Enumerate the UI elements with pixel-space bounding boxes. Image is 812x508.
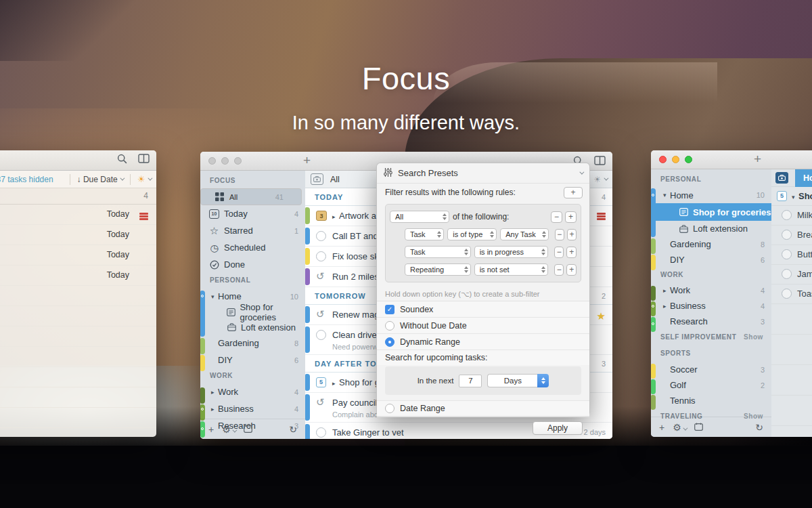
checklist-item[interactable]: Toast [771,284,812,304]
remove-rule-button[interactable]: − [554,264,564,276]
focus-mode-icon[interactable] [775,172,788,184]
close-button[interactable] [659,156,667,163]
dynamic-range-option[interactable]: Dynamic Range [377,334,589,350]
chevron-down-icon[interactable] [579,170,584,175]
view-options-button[interactable]: ☀ [593,175,607,184]
field-select[interactable]: Task [405,228,444,240]
operator-select[interactable]: is not set [474,263,548,276]
remove-rule-button[interactable]: − [554,247,564,258]
minimize-button[interactable] [221,157,229,165]
sidebar-item-business[interactable]: ▸ Business 4 [200,400,305,417]
add-list-button[interactable]: + [659,422,664,433]
add-rule-button[interactable]: + [567,229,577,240]
date-range-option[interactable]: Date Range [377,400,589,417]
sidebar-item-home[interactable]: ▾ Home 10 [651,187,771,203]
table-row[interactable]: Today [0,245,156,266]
add-rule-button[interactable]: + [566,264,577,276]
field-select[interactable]: Repeating [405,263,471,276]
add-preset-button[interactable]: + [564,187,583,198]
task-checkbox[interactable] [782,249,792,259]
remove-rule-button[interactable]: − [555,229,564,240]
checklist-item[interactable]: Butter [771,245,812,265]
sidebar-item-research[interactable]: Research 3 [651,314,771,329]
days-count-input[interactable] [459,375,482,387]
right-window-titlebar[interactable]: + [651,150,812,169]
sidebar-item-gardening[interactable]: Gardening 8 [651,236,771,252]
tab-home[interactable]: Home [795,169,812,187]
focus-mode-icon[interactable] [311,173,323,185]
sidebar-item-diy[interactable]: DIY 6 [651,252,771,268]
value-select[interactable]: Any Task [500,228,548,240]
operator-select[interactable]: is of type [447,228,497,240]
disclosure-right-icon[interactable]: ▸ [332,213,339,220]
sidebar-toggle-icon[interactable] [594,156,606,169]
sidebar-item-starred[interactable]: ☆ Starred 1 [200,222,305,239]
sidebar-item-shop-for-groceries[interactable]: Shop for groceries [651,203,771,221]
sidebar-item-tennis[interactable]: Tennis [651,393,771,408]
sidebar-item-all[interactable]: All 41 [200,188,302,205]
sort-by-dropdown[interactable]: Due Date [83,175,118,184]
checklist-item[interactable]: Jam [771,265,812,284]
hidden-tasks-banner[interactable]: 37 tasks hidden [0,175,53,184]
left-window-titlebar[interactable] [0,150,156,171]
radio-off-icon[interactable] [385,404,394,413]
disclosure-right-icon[interactable]: ▸ [663,303,670,310]
sidebar-item-scheduled[interactable]: ◷ Scheduled [200,239,305,256]
table-row[interactable]: Today [0,225,156,245]
task-row[interactable]: 5 ▾Shop for [771,187,812,206]
apply-button[interactable]: Apply [533,421,583,435]
disclosure-right-icon[interactable]: ▸ [211,389,218,396]
match-select[interactable]: All [390,211,449,223]
sidebar-item-gardening[interactable]: Gardening 8 [200,335,305,352]
operator-select[interactable]: is in progress [474,246,548,258]
sidebar-toggle-icon[interactable] [138,154,150,167]
sidebar-item-business[interactable]: ▸ Business 4 [651,298,771,314]
add-rule-button[interactable]: + [565,211,577,223]
sidebar-item-loft-extension[interactable]: Loft extension [200,320,305,335]
unit-dropdown[interactable]: Days [487,374,549,387]
disclosure-down-icon[interactable]: ▾ [211,293,218,300]
sidebar-item-golf[interactable]: Golf 2 [651,377,771,393]
add-task-button[interactable]: + [303,153,311,168]
minimize-button[interactable] [672,156,679,163]
checkbox-checked-icon[interactable]: ✓ [385,305,394,314]
sync-button[interactable]: ↻ [289,424,297,435]
radio-off-icon[interactable] [385,321,394,331]
sidebar-item-shop-for-groceries[interactable]: Shop for groceries [200,305,305,320]
sidebar-item-soccer[interactable]: Soccer 3 [651,362,771,377]
sidebar-item-loft-extension[interactable]: Loft extension [651,221,771,236]
sync-button[interactable]: ↻ [755,422,763,433]
star-icon[interactable]: ★ [597,310,606,322]
task-checkbox[interactable] [782,210,792,220]
sidebar-item-today[interactable]: 10 Today 4 [200,205,305,222]
search-icon[interactable] [117,154,127,167]
field-select[interactable]: Task [405,246,471,258]
add-list-button[interactable]: + [208,424,214,435]
task-checkbox[interactable] [782,269,792,279]
soundex-option[interactable]: ✓ Soundex [377,301,589,318]
zoom-button[interactable] [685,156,692,163]
tab-all[interactable]: All [330,175,340,184]
zoom-button[interactable] [234,157,242,165]
remove-rule-button[interactable]: − [551,211,562,223]
calendar-button[interactable] [694,422,703,433]
task-checkbox[interactable] [316,427,326,438]
without-due-date-option[interactable]: Without Due Date [377,318,589,334]
show-link[interactable]: Show [744,329,763,345]
table-row[interactable]: Today [0,205,156,225]
add-task-button[interactable]: + [754,152,761,167]
calendar-button[interactable] [244,424,252,435]
sidebar-item-done[interactable]: Done [200,256,305,273]
sidebar-item-work[interactable]: ▸ Work 4 [200,383,305,400]
gear-menu-button[interactable]: ⚙ [222,424,235,435]
view-options-sun-icon[interactable]: ☀ [137,174,145,184]
task-checkbox[interactable] [782,289,792,299]
close-button[interactable] [208,157,216,165]
task-checkbox[interactable] [782,230,792,240]
disclosure-down-icon[interactable]: ▾ [792,194,798,200]
checklist-item[interactable]: Bread [771,226,812,245]
disclosure-down-icon[interactable]: ▾ [663,192,670,198]
task-checkbox[interactable] [316,251,326,261]
disclosure-right-icon[interactable]: ▸ [211,406,218,412]
checklist-item[interactable]: Milk [771,206,812,226]
